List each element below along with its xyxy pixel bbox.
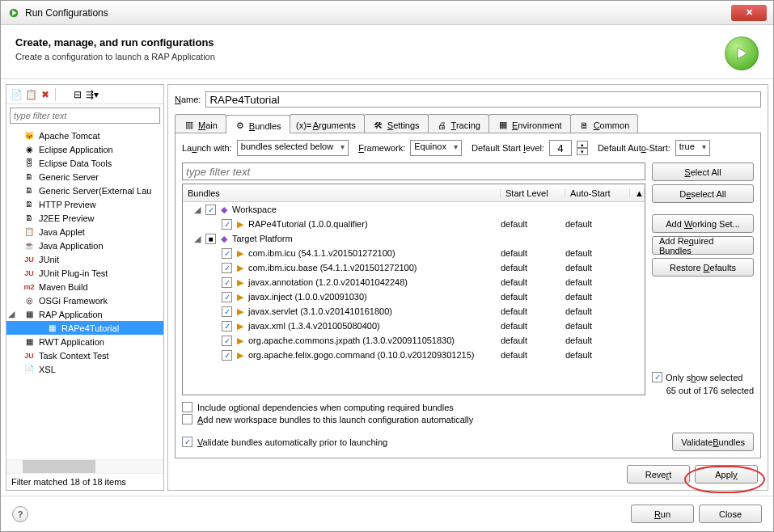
bundle-row[interactable]: ▶org.apache.felix.gogo.command (0.10.0.v… [183,348,645,362]
validate-bundles-button[interactable]: Validate Bundles [672,433,754,451]
tab-common[interactable]: 🗎Common [570,114,639,133]
run-button[interactable]: Run [631,505,694,523]
tree-item-java-application[interactable]: ☕Java Application [6,239,163,252]
checkbox-icon[interactable] [222,321,232,331]
bundle-row[interactable]: ▶javax.xml (1.3.4.v201005080400)defaultd… [183,319,645,333]
only-show-selected-check[interactable]: Only show selected [652,372,754,382]
bundle-row[interactable]: ▶RAPe4Tutorial (1.0.0.qualifier)defaultd… [183,217,645,231]
name-label: Name: [175,95,201,104]
col-auto-start[interactable]: Auto-Start [565,188,630,198]
config-tree[interactable]: 🐱Apache Tomcat◉Eclipse Application🗄Eclip… [6,127,163,459]
include-optional-check[interactable]: Include optional dependencies when compu… [182,402,754,412]
name-input[interactable] [205,91,761,108]
bundle-row[interactable]: ▶javax.inject (1.0.0.v20091030)defaultde… [183,289,645,304]
chevron-down-icon[interactable]: ◢ [194,234,204,244]
tree-item-java-applet[interactable]: 📋Java Applet [6,225,163,239]
tree-item-generic-server[interactable]: 🗎Generic Server [6,170,163,184]
java-icon: ☕ [23,239,36,252]
deselect-all-button[interactable]: Deselect All [652,184,754,203]
tree-item-rape4tutorial[interactable]: ▦RAPe4Tutorial [6,321,163,335]
tab-main[interactable]: ▥Main [175,114,226,133]
auto-start-select[interactable]: true [675,140,710,156]
auto-start-cell: default [565,219,630,229]
checkbox-icon[interactable]: ■ [205,234,216,244]
horizontal-scrollbar[interactable] [6,459,163,473]
tree-item-maven-build[interactable]: m2Maven Build [6,280,163,293]
add-required-button[interactable]: Add Required Bundles [652,236,754,255]
checkbox-icon[interactable] [222,248,232,259]
tab-icon: 🖨 [437,120,448,131]
bundle-row[interactable]: ▶org.apache.commons.jxpath (1.3.0.v20091… [183,333,645,348]
tab-bundles[interactable]: ⚙Bundles [226,115,290,133]
bundle-row[interactable]: ◢■◆Target Platform [183,231,645,246]
bundle-row[interactable]: ▶javax.annotation (1.2.0.v201401042248)d… [183,275,645,289]
tree-item-generic-server-external-lau[interactable]: 🗎Generic Server(External Lau [6,184,163,197]
col-start-level[interactable]: Start Level [501,188,565,198]
validate-auto-check[interactable]: Validate bundles automatically prior to … [182,437,387,447]
checkbox-icon[interactable] [222,336,232,346]
bundle-row[interactable]: ▶javax.servlet (3.1.0.v201410161800)defa… [183,304,645,319]
close-button[interactable]: Close [699,505,762,523]
tree-item-task-context-test[interactable]: JUTask Context Test [6,348,163,362]
tree-item-osgi-framework[interactable]: ◎OSGi Framework [6,293,163,307]
bundle-label: javax.servlet (3.1.0.v201410161800) [248,306,392,316]
bundle-icon: ▶ [234,292,247,302]
add-workspace-check[interactable]: Add new workspace bundles to this launch… [182,414,754,424]
start-level-cell: default [501,292,565,302]
duplicate-icon[interactable]: 📋 [24,88,37,101]
tree-item-rwt-application[interactable]: ▦RWT Application [6,335,163,348]
tab-label: Environment [512,120,562,130]
checkbox-icon[interactable] [222,350,232,361]
tree-item-eclipse-data-tools[interactable]: 🗄Eclipse Data Tools [6,156,163,170]
tree-item-label: Generic Server(External Lau [39,186,151,196]
tree-filter-input[interactable] [10,108,160,124]
launch-with-select[interactable]: bundles selected below [237,140,349,156]
table-scrollbar[interactable]: ▲ [630,188,645,198]
bundle-row[interactable]: ▶com.ibm.icu.base (54.1.1.v201501272100)… [183,260,645,275]
apply-button[interactable]: Apply [695,465,758,483]
add-working-set-button[interactable]: Add Working Set... [652,214,754,233]
bundle-label: javax.xml (1.3.4.v201005080400) [248,321,380,331]
tree-item-http-preview[interactable]: 🗎HTTP Preview [6,197,163,211]
tree-item-eclipse-application[interactable]: ◉Eclipse Application [6,142,163,156]
tree-item-j2ee-preview[interactable]: 🗎J2EE Preview [6,211,163,225]
checkbox-icon[interactable] [222,292,232,302]
close-icon[interactable]: ✕ [731,5,767,21]
chevron-down-icon[interactable]: ◢ [194,205,204,215]
restore-defaults-button[interactable]: Restore Defaults [652,258,754,277]
help-icon[interactable]: ? [12,506,28,522]
tab-environment[interactable]: ▦Environment [489,114,571,133]
checkbox-icon[interactable] [222,263,232,273]
tree-item-xsl[interactable]: 📄XSL [6,362,163,376]
start-level-cell: default [501,321,565,331]
start-level-input[interactable] [549,140,572,156]
tree-item-junit-plug-in-test[interactable]: JUJUnit Plug-in Test [6,266,163,280]
checkbox-icon[interactable] [205,205,216,215]
tab-label: Bundles [249,121,281,131]
checkbox-icon[interactable] [222,277,232,288]
tab-tracing[interactable]: 🖨Tracing [428,114,489,133]
tab-settings[interactable]: 🛠Settings [364,114,429,133]
tree-item-junit[interactable]: JUJUnit [6,252,163,266]
tree-item-apache-tomcat[interactable]: 🐱Apache Tomcat [6,129,163,142]
bundle-row[interactable]: ◢◆Workspace [183,202,645,217]
revert-button[interactable]: Revert [627,465,690,483]
bundle-label: com.ibm.icu (54.1.1.v201501272100) [248,248,395,258]
bundle-row[interactable]: ▶com.ibm.icu (54.1.1.v201501272100)defau… [183,246,645,260]
select-all-button[interactable]: Select All [652,163,754,181]
chevron-down-icon[interactable]: ◢ [8,309,18,319]
start-level-cell: default [501,336,565,345]
framework-select[interactable]: Equinox [410,140,462,156]
checkbox-icon[interactable] [222,306,232,317]
filter-menu-icon[interactable]: ⇶▾ [86,88,99,101]
tab-label: Main [198,120,218,130]
checkbox-icon[interactable] [222,219,232,230]
tab-arguments[interactable]: (x)=Arguments [290,114,365,133]
new-config-icon[interactable]: 📄 [10,88,23,101]
start-level-spinner[interactable]: ▴▾ [577,141,588,155]
delete-icon[interactable]: ✖ [39,88,52,101]
col-bundles[interactable]: Bundles [183,188,501,198]
bundle-filter-input[interactable] [182,163,645,180]
tree-item-rap-application[interactable]: ◢▦RAP Application [6,307,163,321]
collapse-icon[interactable]: ⊟ [71,88,84,101]
